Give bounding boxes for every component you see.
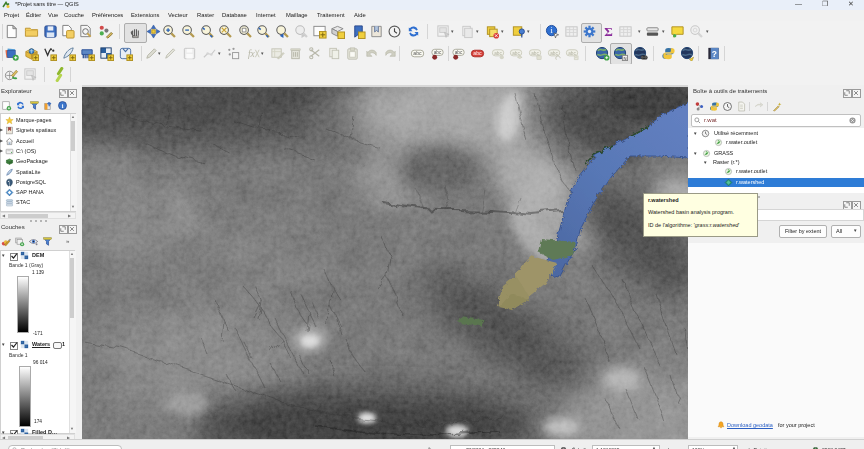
- svg-text:i: i: [62, 102, 64, 109]
- svg-text:abc: abc: [434, 50, 442, 55]
- svg-text:fx: fx: [248, 49, 256, 59]
- svg-text:abc: abc: [512, 51, 520, 56]
- svg-text:abc: abc: [531, 51, 539, 56]
- svg-text:Σ: Σ: [604, 24, 613, 39]
- svg-text:abc: abc: [473, 50, 482, 56]
- svg-text:abc: abc: [568, 51, 576, 56]
- svg-text:abc: abc: [455, 50, 463, 55]
- svg-text:abc: abc: [413, 50, 422, 56]
- svg-text:abc: abc: [494, 51, 502, 56]
- svg-text:?: ?: [712, 49, 717, 59]
- svg-text:abc: abc: [550, 51, 558, 56]
- svg-text:N: N: [623, 56, 626, 61]
